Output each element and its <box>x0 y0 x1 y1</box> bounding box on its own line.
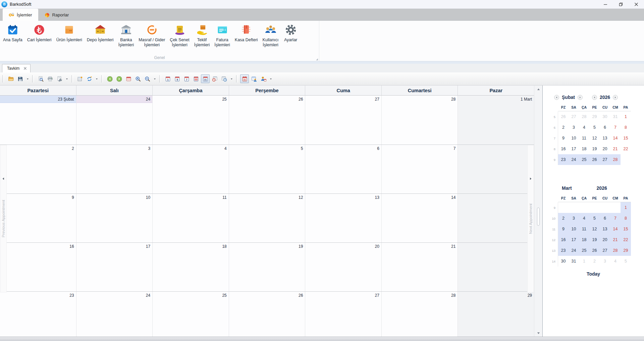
scroll-down-icon[interactable] <box>534 330 542 336</box>
previous-appointment-button[interactable]: Previous Appointment <box>0 145 7 292</box>
ribbon-button-offer-hand-box[interactable]: Teklifİşlemleri <box>192 23 212 49</box>
mini-calendar-day[interactable]: 14 <box>610 224 621 234</box>
mini-calendar-day[interactable]: 1 <box>621 111 631 122</box>
calendar-cell[interactable]: 17 <box>76 243 153 291</box>
ribbon-button-turkish-lira[interactable]: Cari İşlemleri <box>25 23 54 44</box>
toolbar-button-agenda-view[interactable] <box>220 74 228 83</box>
toolbar-button-dropdown-arrow[interactable] <box>94 74 99 83</box>
mini-calendar-day[interactable]: 25 <box>579 154 589 165</box>
ribbon-button-warehouse[interactable]: Depo İşlemleri <box>85 23 116 44</box>
mini-calendar-day[interactable]: 3 <box>569 213 579 224</box>
mini-calendar-day[interactable]: 10 <box>569 133 579 144</box>
mini-calendar-day[interactable]: 2 <box>558 213 569 224</box>
scroll-up-icon[interactable] <box>534 86 542 92</box>
today-button[interactable]: Today <box>543 271 644 277</box>
toolbar-button-dropdown-arrow[interactable] <box>25 74 30 83</box>
toolbar-group-handle[interactable] <box>2 75 4 82</box>
mini-calendar-day[interactable]: 1 <box>579 256 589 267</box>
toolbar-button-date-navigator[interactable]: 31 <box>240 74 249 83</box>
close-button[interactable] <box>629 0 644 9</box>
ribbon-tab-raporlar[interactable]: Raporlar <box>38 9 75 21</box>
calendar-cell[interactable]: 18 <box>153 243 229 291</box>
mini-calendar-day[interactable]: 20 <box>600 234 610 245</box>
mini-calendar-day[interactable]: 20 <box>600 144 610 154</box>
mini-calendar-day[interactable]: 6 <box>600 122 610 133</box>
mini-calendar-day[interactable]: 28 <box>610 245 621 256</box>
toolbar-button-navigate-forward[interactable] <box>115 74 123 83</box>
toolbar-group-handle[interactable] <box>32 75 34 82</box>
prev-year-arrow-icon[interactable] <box>592 95 597 100</box>
calendar-cell[interactable]: 28 <box>382 292 458 337</box>
calendar-cell[interactable]: 24 <box>76 292 153 337</box>
calendar-cell[interactable]: 12 <box>229 194 306 242</box>
prev-month-arrow-icon[interactable] <box>554 95 559 100</box>
ribbon-button-cash-book[interactable]: Kasa Defteri <box>232 23 260 44</box>
mini-calendar-day[interactable]: 3 <box>569 122 579 133</box>
mini-calendar-day[interactable]: 4 <box>579 213 589 224</box>
ribbon-button-expense-minus[interactable]: Masraf / Giderİşlemleri <box>136 23 167 49</box>
mini-calendar-day[interactable]: 18 <box>579 234 589 245</box>
toolbar-button-gantt-view[interactable] <box>210 74 219 83</box>
toolbar-button-refresh[interactable] <box>85 74 94 83</box>
mini-calendar-day[interactable]: 4 <box>579 122 589 133</box>
toolbar-group-handle[interactable] <box>71 75 73 82</box>
calendar-cell[interactable]: 23 <box>0 292 76 337</box>
calendar-cell[interactable]: 27 <box>305 96 382 145</box>
toolbar-button-dropdown-arrow[interactable] <box>152 74 157 83</box>
mini-calendar-day[interactable]: 12 <box>589 224 600 234</box>
mini-calendar-day[interactable]: 31 <box>610 111 621 122</box>
mini-calendar-day[interactable]: 11 <box>579 224 589 234</box>
calendar-cell[interactable]: 13 <box>305 194 382 242</box>
mini-calendar-day[interactable]: 21 <box>610 234 621 245</box>
mini-calendar-day[interactable]: 22 <box>621 144 631 154</box>
mini-calendar-day[interactable]: 11 <box>579 133 589 144</box>
calendar-cell[interactable]: 6 <box>305 145 382 193</box>
mini-calendar-day[interactable]: 2 <box>558 122 569 133</box>
toolbar-button-open-appointment[interactable] <box>250 74 258 83</box>
mini-calendar-day[interactable]: 27 <box>600 245 610 256</box>
toolbar-group-handle[interactable] <box>101 75 103 82</box>
calendar-cell[interactable]: 10 <box>76 194 153 242</box>
mini-calendar-day[interactable]: 4 <box>610 256 621 267</box>
toolbar-button-print-preview[interactable] <box>36 74 45 83</box>
toolbar-group-handle[interactable] <box>159 75 161 82</box>
vertical-scrollbar[interactable] <box>534 86 542 337</box>
mini-calendar-day[interactable]: 17 <box>569 234 579 245</box>
mini-calendar-day[interactable]: 29 <box>621 245 631 256</box>
mini-calendar-day[interactable]: 22 <box>621 234 631 245</box>
mini-calendar-day[interactable]: 30 <box>558 256 569 267</box>
mini-calendar-day[interactable]: 26 <box>589 154 600 165</box>
calendar-cell[interactable]: 28 <box>382 96 458 145</box>
next-appointment-button[interactable]: Next Appointment <box>527 145 534 292</box>
mini-calendar-day[interactable]: 10 <box>569 224 579 234</box>
calendar-cell[interactable]: 25 <box>153 96 229 145</box>
calendar-cell[interactable]: 11 <box>153 194 229 242</box>
mini-calendar-day[interactable]: 7 <box>610 213 621 224</box>
mini-calendar-day[interactable]: 1 <box>621 202 631 213</box>
mini-calendar-day[interactable]: 9 <box>558 224 569 234</box>
toolbar-button-open-folder[interactable] <box>6 74 15 83</box>
toolbar-button-month-view[interactable]: 31 <box>201 74 210 83</box>
calendar-cell[interactable]: 26 <box>229 292 306 337</box>
toolbar-button-dropdown-arrow[interactable] <box>64 74 69 83</box>
toolbar-button-go-to-today[interactable] <box>124 74 133 83</box>
mini-calendar-day[interactable]: 15 <box>621 133 631 144</box>
mini-calendar-day[interactable]: 24 <box>569 245 579 256</box>
calendar-cell[interactable]: 29 <box>458 292 534 337</box>
mini-calendar-day[interactable]: 25 <box>579 245 589 256</box>
ribbon-button-users[interactable]: Kullanıcıİşlemleri <box>260 23 281 49</box>
ribbon-button-bank-building[interactable]: Bankaİşlemleri <box>116 23 137 49</box>
mini-calendar-day[interactable]: 27 <box>569 111 579 122</box>
toolbar-button-zoom-out[interactable] <box>143 74 152 83</box>
mini-calendar-day[interactable]: 6 <box>600 213 610 224</box>
toolbar-button-print-settings[interactable] <box>55 74 64 83</box>
mini-calendar-day[interactable]: 16 <box>558 234 569 245</box>
ribbon-button-invoice[interactable]: Faturaİşlemleri <box>212 23 232 49</box>
toolbar-button-dropdown-arrow[interactable] <box>268 74 273 83</box>
calendar-cell[interactable]: 25 <box>153 292 229 337</box>
toolbar-button-week-view[interactable]: 7 <box>182 74 191 83</box>
calendar-cell[interactable]: 7 <box>382 145 458 193</box>
mini-calendar-day[interactable]: 27 <box>600 154 610 165</box>
calendar-cell[interactable]: 3 <box>76 145 153 193</box>
mini-calendar-day[interactable]: 26 <box>589 245 600 256</box>
